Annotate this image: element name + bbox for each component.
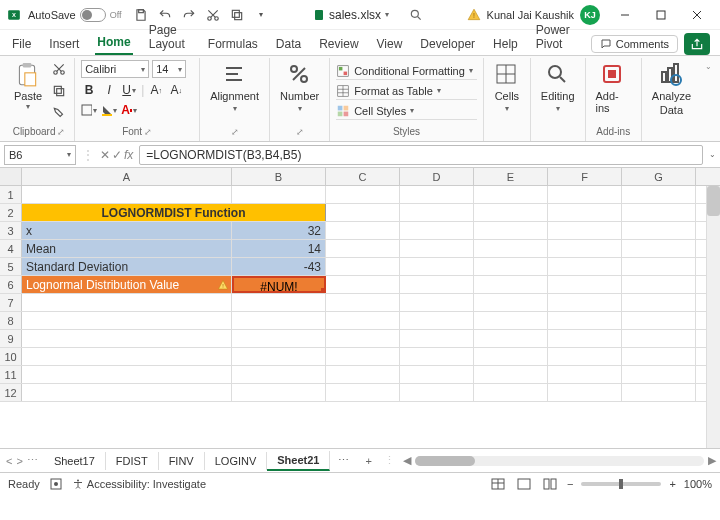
scroll-thumb[interactable] <box>415 456 475 466</box>
qat-dropdown-icon[interactable]: ▾ <box>252 6 270 24</box>
format-as-table-button[interactable]: Format as Table▾ <box>336 82 477 100</box>
cell[interactable]: 32 <box>232 222 326 239</box>
border-button[interactable]: ▾ <box>81 102 97 118</box>
normal-view-button[interactable] <box>489 476 507 492</box>
tab-insert[interactable]: Insert <box>47 33 81 55</box>
col-header-F[interactable]: F <box>548 168 622 185</box>
collapse-ribbon-icon[interactable]: ⌄ <box>701 58 716 141</box>
font-color-button[interactable]: A▾ <box>121 102 137 118</box>
row-header[interactable]: 9 <box>0 330 22 347</box>
cut-icon[interactable] <box>204 6 222 24</box>
tab-home[interactable]: Home <box>95 31 132 55</box>
autosave-toggle[interactable]: AutoSave Off <box>28 8 122 22</box>
grow-font-button[interactable]: A↑ <box>148 82 164 98</box>
active-cell[interactable]: #NUM! <box>232 276 326 293</box>
row-header[interactable]: 7 <box>0 294 22 311</box>
page-break-view-button[interactable] <box>541 476 559 492</box>
addins-button[interactable]: Add-ins <box>592 60 635 116</box>
sheet-tab-active[interactable]: Sheet21 <box>267 451 330 471</box>
fx-icon[interactable]: fx <box>124 148 133 162</box>
maximize-button[interactable] <box>644 3 678 27</box>
number-launcher-icon[interactable]: ⤢ <box>296 127 304 137</box>
paste-button[interactable]: Paste ▾ <box>10 60 46 113</box>
italic-button[interactable]: I <box>101 82 117 98</box>
share-button[interactable] <box>684 33 710 55</box>
select-all-corner[interactable] <box>0 168 22 185</box>
sheet-nav-prev-icon[interactable]: < <box>6 455 12 467</box>
tab-review[interactable]: Review <box>317 33 360 55</box>
cell[interactable]: -43 <box>232 258 326 275</box>
scroll-thumb[interactable] <box>707 186 720 216</box>
search-icon[interactable] <box>409 8 423 22</box>
col-header-G[interactable]: G <box>622 168 696 185</box>
sheet-nav-next-icon[interactable]: > <box>16 455 22 467</box>
tab-developer[interactable]: Developer <box>418 33 477 55</box>
row-header[interactable]: 5 <box>0 258 22 275</box>
sheet-tab[interactable]: FINV <box>159 452 205 470</box>
filename[interactable]: sales.xlsx ▾ <box>313 8 389 22</box>
row-header[interactable]: 10 <box>0 348 22 365</box>
zoom-slider[interactable] <box>581 482 661 486</box>
row-header[interactable]: 4 <box>0 240 22 257</box>
zoom-in-button[interactable]: + <box>669 478 675 490</box>
copy-button[interactable] <box>50 82 68 100</box>
tab-view[interactable]: View <box>375 33 405 55</box>
cell-styles-button[interactable]: Cell Styles▾ <box>336 102 477 120</box>
col-header-C[interactable]: C <box>326 168 400 185</box>
close-button[interactable] <box>680 3 714 27</box>
vertical-scrollbar[interactable] <box>706 186 720 448</box>
col-header-A[interactable]: A <box>22 168 232 185</box>
row-header[interactable]: 6 <box>0 276 22 293</box>
col-header-B[interactable]: B <box>232 168 326 185</box>
tab-data[interactable]: Data <box>274 33 303 55</box>
cell[interactable]: Standard Deviation <box>22 258 232 275</box>
sheet-tab[interactable]: Sheet17 <box>44 452 106 470</box>
cell[interactable]: Mean <box>22 240 232 257</box>
error-warning-icon[interactable]: ! <box>217 279 229 291</box>
zoom-out-button[interactable]: − <box>567 478 573 490</box>
col-header-D[interactable]: D <box>400 168 474 185</box>
clipboard-launcher-icon[interactable]: ⤢ <box>57 127 65 137</box>
fill-color-button[interactable]: ▾ <box>101 102 117 118</box>
comments-button[interactable]: Comments <box>591 35 678 53</box>
font-name-select[interactable]: Calibri▾ <box>81 60 149 78</box>
tab-file[interactable]: File <box>10 33 33 55</box>
alignment-launcher-icon[interactable]: ⤢ <box>231 127 239 137</box>
tab-page-layout[interactable]: Page Layout <box>147 19 192 55</box>
zoom-level[interactable]: 100% <box>684 478 712 490</box>
enter-formula-icon[interactable]: ✓ <box>112 148 122 162</box>
cell[interactable]: x <box>22 222 232 239</box>
row-header[interactable]: 2 <box>0 204 22 221</box>
tab-power-pivot[interactable]: Power Pivot <box>534 19 577 55</box>
bold-button[interactable]: B <box>81 82 97 98</box>
tab-formulas[interactable]: Formulas <box>206 33 260 55</box>
expand-formula-bar-icon[interactable]: ⌄ <box>709 150 716 159</box>
sheet-tab[interactable]: FDIST <box>106 452 159 470</box>
cells-button[interactable]: Cells▾ <box>490 60 524 115</box>
cut-button[interactable] <box>50 60 68 78</box>
format-painter-button[interactable] <box>50 104 68 122</box>
alignment-button[interactable]: Alignment▾ <box>206 60 263 115</box>
analyze-data-button[interactable]: Analyze Data <box>648 60 695 118</box>
add-sheet-button[interactable]: + <box>357 455 379 467</box>
cell[interactable]: 14 <box>232 240 326 257</box>
accessibility-status[interactable]: Accessibility: Investigate <box>72 478 206 490</box>
minimize-button[interactable] <box>608 3 642 27</box>
spreadsheet-grid[interactable]: A B C D E F G 1 2LOGNORMDIST Function 3x… <box>0 168 720 448</box>
copy-icon[interactable] <box>228 6 246 24</box>
scroll-right-icon[interactable]: ▶ <box>708 454 716 467</box>
row-header[interactable]: 12 <box>0 384 22 401</box>
cell-header[interactable]: LOGNORMDIST Function <box>22 204 326 221</box>
shrink-font-button[interactable]: A↓ <box>168 82 184 98</box>
sheet-tab[interactable]: LOGINV <box>205 452 268 470</box>
macro-record-icon[interactable] <box>50 478 62 490</box>
cancel-formula-icon[interactable]: ✕ <box>100 148 110 162</box>
row-header[interactable]: 11 <box>0 366 22 383</box>
tab-help[interactable]: Help <box>491 33 520 55</box>
cell[interactable] <box>22 186 232 203</box>
cell[interactable]: Lognormal Distribution Value ! <box>22 276 232 293</box>
sheet-nav-more-icon[interactable]: ⋯ <box>27 454 38 467</box>
sheet-tab-more-icon[interactable]: ⋯ <box>330 454 357 467</box>
conditional-formatting-button[interactable]: Conditional Formatting▾ <box>336 62 477 80</box>
editing-button[interactable]: Editing▾ <box>537 60 579 115</box>
